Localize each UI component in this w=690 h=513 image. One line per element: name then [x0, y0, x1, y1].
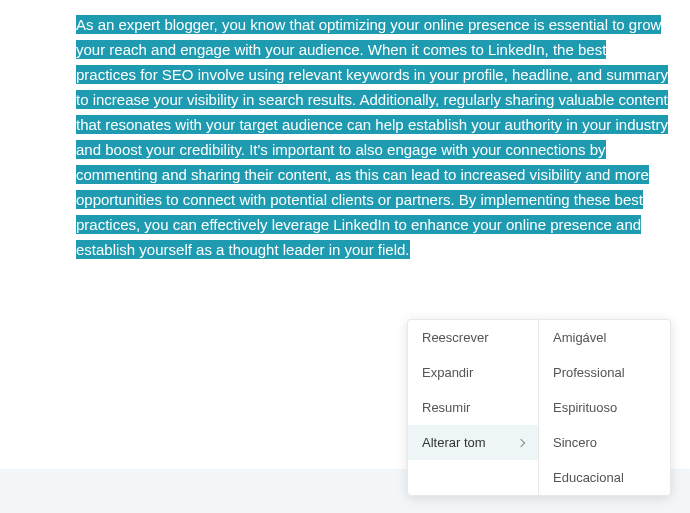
menu-primary-column: Reescrever Expandir Resumir Alterar tom — [407, 319, 539, 496]
menu-item-espirituoso[interactable]: Espirituoso — [539, 390, 670, 425]
menu-item-expandir[interactable]: Expandir — [408, 355, 538, 390]
menu-item-label: Educacional — [553, 470, 624, 485]
menu-item-professional[interactable]: Professional — [539, 355, 670, 390]
menu-item-label: Reescrever — [422, 330, 488, 345]
highlighted-text[interactable]: As an expert blogger, you know that opti… — [76, 15, 668, 259]
menu-item-amigavel[interactable]: Amigável — [539, 320, 670, 355]
menu-item-label: Expandir — [422, 365, 473, 380]
menu-item-label: Alterar tom — [422, 435, 486, 450]
menu-secondary-column: Amigável Professional Espirituoso Sincer… — [539, 319, 671, 496]
menu-item-label: Amigável — [553, 330, 606, 345]
menu-item-label: Espirituoso — [553, 400, 617, 415]
menu-item-label: Resumir — [422, 400, 470, 415]
menu-item-alterar-tom[interactable]: Alterar tom — [408, 425, 538, 460]
menu-item-resumir[interactable]: Resumir — [408, 390, 538, 425]
menu-item-label: Sincero — [553, 435, 597, 450]
menu-item-reescrever[interactable]: Reescrever — [408, 320, 538, 355]
menu-item-label: Professional — [553, 365, 625, 380]
menu-item-educacional[interactable]: Educacional — [539, 460, 670, 495]
context-menu: Reescrever Expandir Resumir Alterar tom … — [407, 319, 671, 496]
menu-item-sincero[interactable]: Sincero — [539, 425, 670, 460]
chevron-right-icon — [517, 438, 525, 446]
content-area: As an expert blogger, you know that opti… — [0, 0, 690, 262]
